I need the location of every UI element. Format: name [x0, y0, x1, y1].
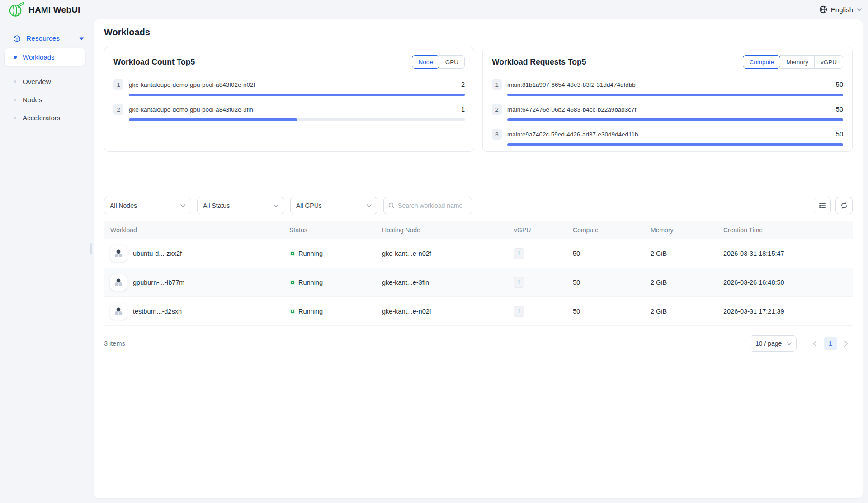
filter-bar: All Nodes All Status All GPUs: [94, 197, 863, 214]
compute-value: 50: [566, 250, 644, 257]
sidebar-section-resources[interactable]: Resources: [0, 28, 92, 48]
rank-badge: 3: [492, 129, 502, 140]
sidebar-divider: [6, 23, 85, 23]
language-label: English: [831, 6, 853, 14]
status-filter-select[interactable]: All Status: [197, 197, 284, 214]
progress-track: [507, 94, 843, 96]
workload-name: ubuntu-d...-zxx2f: [133, 250, 182, 257]
item-name: gke-kantaloupe-demo-gpu-pool-a843f02e-3f…: [129, 106, 253, 113]
sidebar-item-label: Workloads: [23, 53, 55, 61]
search-input[interactable]: [398, 202, 467, 209]
chevron-left-icon: [813, 341, 816, 347]
workload-name: gpuburn-...-lb77m: [133, 279, 184, 286]
progress-track: [129, 94, 465, 96]
progress-track: [507, 143, 843, 146]
sidebar-item-overview[interactable]: Overview: [5, 73, 85, 90]
vgpu-badge: 1: [514, 306, 524, 317]
memory-value: 2 GiB: [644, 279, 717, 286]
main-panel: Workloads Workload Count Top5 Node GPU 1…: [94, 19, 863, 498]
list-item: 2 main:6472476e-06b2-4683-b4cc-b22a9bad3…: [492, 104, 843, 121]
card-title: Workload Requests Top5: [492, 57, 586, 67]
vgpu-badge: 1: [514, 248, 524, 259]
workload-count-card: Workload Count Top5 Node GPU 1 gke-kanta…: [104, 47, 474, 152]
column-header-workload: Workload: [104, 226, 283, 234]
sidebar-item-nodes[interactable]: Nodes: [5, 91, 85, 108]
column-header-memory: Memory: [644, 226, 717, 234]
table-row[interactable]: testburn...-d2sxh Running gke-kant...e-n…: [104, 297, 853, 326]
status-running-icon: [291, 252, 294, 255]
progress-track: [129, 118, 465, 121]
refresh-button[interactable]: [835, 197, 853, 214]
item-value: 50: [836, 81, 843, 88]
memory-value: 2 GiB: [644, 250, 717, 257]
topbar: HAMi WebUI English: [0, 0, 868, 19]
table-row[interactable]: gpuburn-...-lb77m Running gke-kant...e-3…: [104, 268, 853, 297]
column-header-status: Status: [283, 226, 376, 234]
hosting-node: gke-kant...e-n02f: [376, 308, 508, 315]
toggle-vgpu-button[interactable]: vGPU: [814, 55, 843, 69]
workload-pods-icon: [110, 303, 127, 320]
globe-icon: [819, 5, 827, 14]
hosting-node: gke-kant...e-3fln: [376, 279, 508, 286]
status-running-icon: [291, 310, 294, 313]
sidebar-resize-handle[interactable]: [90, 243, 92, 254]
sidebar-menu: Overview Nodes Accelerators Workloads: [0, 48, 92, 152]
app-title: HAMi WebUI: [28, 5, 80, 15]
status-label: Running: [298, 279, 323, 286]
toggle-compute-button[interactable]: Compute: [743, 55, 780, 69]
chevron-down-icon: [274, 204, 278, 207]
memory-value: 2 GiB: [644, 308, 717, 315]
item-value: 50: [836, 106, 843, 113]
item-value: 2: [461, 81, 465, 88]
workload-search: [383, 197, 472, 214]
workload-requests-card: Workload Requests Top5 Compute Memory vG…: [482, 47, 853, 152]
progress-fill: [129, 94, 465, 96]
bullet-dot-icon: [14, 80, 16, 83]
table-header: Workload Status Hosting Node vGPU Comput…: [104, 221, 853, 239]
progress-fill: [507, 118, 843, 121]
workload-name: testburn...-d2sxh: [133, 308, 182, 315]
caret-down-icon: [79, 37, 84, 40]
status-label: Running: [298, 250, 323, 257]
page-size-select[interactable]: 10 / page: [750, 335, 797, 352]
compute-value: 50: [566, 279, 644, 286]
progress-fill: [129, 118, 297, 121]
next-page-button[interactable]: [840, 337, 853, 350]
nodes-filter-select[interactable]: All Nodes: [104, 197, 191, 214]
hosting-node: gke-kant...e-n02f: [376, 250, 508, 257]
workload-pods-icon: [110, 274, 127, 291]
workloads-table: Workload Status Hosting Node vGPU Comput…: [104, 221, 853, 326]
count-toggle-group: Node GPU: [412, 55, 465, 69]
toggle-memory-button[interactable]: Memory: [780, 55, 815, 69]
page-size-value: 10 / page: [755, 340, 782, 347]
progress-fill: [507, 94, 843, 96]
item-value: 1: [461, 106, 465, 113]
count-top5-list: 1 gke-kantaloupe-demo-gpu-pool-a843f02e-…: [113, 79, 465, 121]
sidebar-item-workloads[interactable]: Workloads: [5, 48, 85, 66]
status-label: Running: [298, 308, 323, 315]
requests-toggle-group: Compute Memory vGPU: [743, 55, 843, 69]
gpus-filter-select[interactable]: All GPUs: [290, 197, 377, 214]
column-header-created: Creation Time: [717, 226, 853, 234]
sidebar-item-label: Accelerators: [23, 114, 60, 122]
table-actions: [814, 197, 853, 214]
creation-time: 2026-03-26 16:48:50: [717, 279, 853, 286]
status-running-icon: [291, 281, 294, 284]
list-item: 2 gke-kantaloupe-demo-gpu-pool-a843f02e-…: [113, 104, 465, 121]
column-settings-button[interactable]: [814, 197, 831, 214]
rank-badge: 1: [113, 79, 123, 90]
sidebar: Resources Overview Nodes Accelerators Wo…: [0, 19, 92, 503]
compute-value: 50: [566, 308, 644, 315]
page-number-1[interactable]: 1: [824, 337, 837, 350]
creation-time: 2026-03-31 18:15:47: [717, 250, 853, 257]
search-icon: [388, 202, 395, 209]
toggle-node-button[interactable]: Node: [412, 55, 439, 69]
prev-page-button[interactable]: [808, 337, 821, 350]
language-selector[interactable]: English: [819, 3, 862, 16]
table-row[interactable]: ubuntu-d...-zxx2f Running gke-kant...e-n…: [104, 239, 853, 268]
page-title: Workloads: [104, 27, 863, 38]
column-header-vgpu: vGPU: [508, 226, 566, 234]
sidebar-item-accelerators[interactable]: Accelerators: [5, 109, 85, 126]
list-item: 3 main:e9a7402c-59ed-4d26-ad37-e30d9d4ed…: [492, 129, 843, 146]
toggle-gpu-button[interactable]: GPU: [439, 55, 465, 69]
